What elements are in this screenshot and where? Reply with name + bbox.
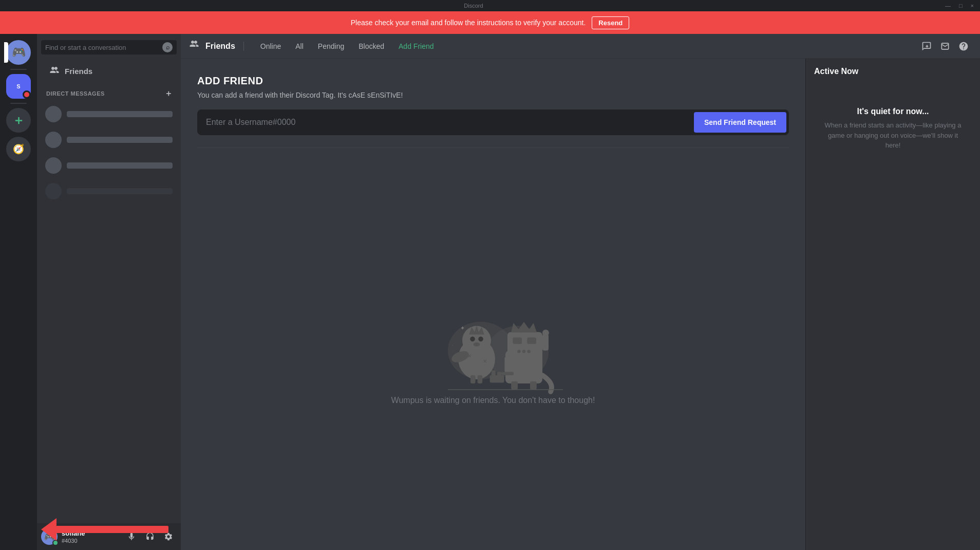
svg-rect-10 — [478, 375, 483, 383]
active-now-title: Active Now — [814, 67, 972, 76]
dm-name-2 — [67, 137, 173, 143]
svg-point-21 — [522, 350, 525, 353]
content-layout: ADD FRIEND You can add a friend with the… — [181, 59, 980, 550]
dm-name-1 — [67, 111, 173, 117]
dm-avatar-1 — [45, 106, 62, 122]
compass-icon: 🧭 — [13, 143, 24, 155]
close-button[interactable]: × — [969, 3, 976, 9]
app-body: 🎮 S ＋ 🧭 ⌕ — [0, 34, 980, 550]
tab-pending[interactable]: Pending — [312, 40, 350, 52]
search-input-wrapper[interactable]: ⌕ — [41, 40, 177, 54]
arrow-head — [41, 518, 56, 541]
svg-marker-4 — [469, 327, 483, 334]
main-content: Friends Online All Pending Blocked Add F… — [181, 34, 980, 550]
dm-item-1[interactable] — [41, 102, 177, 126]
right-panel: Active Now It's quiet for now... When a … — [805, 59, 980, 550]
svg-point-6 — [478, 337, 483, 342]
titlebar-title: Discord — [4, 3, 943, 9]
verification-banner: Please check your email and follow the i… — [0, 11, 980, 34]
svg-rect-30 — [492, 370, 496, 376]
svg-point-22 — [527, 350, 530, 353]
svg-rect-9 — [470, 375, 476, 383]
server-separator-2 — [10, 103, 27, 104]
add-friend-form: Send Friend Request — [197, 109, 789, 135]
minimize-button[interactable]: — — [943, 3, 953, 9]
search-circle-icon[interactable]: ⌕ — [162, 42, 173, 52]
add-friend-input[interactable] — [198, 110, 692, 135]
add-friend-content: ADD FRIEND You can add a friend with the… — [181, 59, 805, 550]
wumpus-illustration: ✕ ✕ ✦ · — [411, 293, 575, 396]
svg-rect-27 — [511, 381, 518, 390]
dm-list — [37, 100, 181, 523]
svg-point-5 — [470, 337, 475, 342]
wumpus-area: ✕ ✕ ✦ · — [197, 148, 789, 550]
svg-rect-16 — [507, 332, 542, 359]
dm-name-4 — [67, 188, 173, 194]
add-icon: ＋ — [12, 112, 25, 129]
dm-item-4[interactable] — [41, 179, 177, 204]
resend-button[interactable]: Resend — [592, 16, 629, 29]
dm-header-label: DIRECT MESSAGES — [46, 90, 105, 97]
svg-text:✦: ✦ — [460, 325, 465, 331]
svg-point-7 — [474, 342, 480, 346]
dm-name-3 — [67, 162, 173, 169]
titlebar-controls: — □ × — [943, 3, 976, 9]
svg-rect-25 — [504, 357, 511, 373]
dm-avatar-4 — [45, 183, 62, 199]
friends-nav-icon — [189, 39, 201, 53]
add-friend-subtitle: You can add a friend with their Discord … — [197, 91, 789, 99]
new-dm-button[interactable] — [918, 38, 935, 54]
svg-point-20 — [517, 350, 520, 353]
server-separator — [10, 69, 27, 70]
svg-rect-28 — [530, 381, 537, 390]
svg-rect-18 — [513, 337, 522, 344]
friends-icon — [49, 65, 60, 77]
discord-home-button[interactable]: 🎮 — [6, 40, 31, 65]
channel-sidebar: ⌕ Friends DIRECT MESSAGES ＋ — [37, 34, 181, 550]
add-friend-title: ADD FRIEND — [197, 75, 789, 87]
discord-logo: 🎮 — [12, 46, 26, 59]
dm-avatar-2 — [45, 132, 62, 148]
friends-nav-item[interactable]: Friends — [41, 61, 177, 81]
red-arrow-annotation — [41, 518, 168, 541]
svg-text:✕: ✕ — [483, 358, 487, 364]
search-bar: ⌕ — [37, 34, 181, 61]
inbox-button[interactable] — [937, 38, 953, 54]
server-list: 🎮 S ＋ 🧭 — [0, 34, 37, 550]
maximize-button[interactable]: □ — [957, 3, 965, 9]
send-friend-button[interactable]: Send Friend Request — [694, 112, 786, 133]
add-server-button[interactable]: ＋ — [6, 108, 31, 133]
friends-label: Friends — [65, 67, 92, 76]
svg-marker-17 — [512, 323, 536, 332]
dm-add-button[interactable]: ＋ — [164, 89, 173, 98]
nav-friends-label: Friends — [205, 42, 244, 51]
tab-blocked[interactable]: Blocked — [352, 40, 390, 52]
tab-add-friend[interactable]: Add Friend — [392, 40, 440, 52]
quiet-container: It's quiet for now... When a friend star… — [814, 86, 972, 171]
top-nav: Friends Online All Pending Blocked Add F… — [181, 34, 980, 59]
explore-button[interactable]: 🧭 — [6, 137, 31, 161]
quiet-text: When a friend starts an activity—like pl… — [822, 120, 964, 151]
svg-text:·: · — [452, 343, 453, 347]
svg-rect-19 — [527, 337, 536, 344]
tab-online[interactable]: Online — [254, 40, 287, 52]
help-button[interactable] — [955, 38, 972, 54]
arrow-line — [55, 526, 168, 533]
dm-item-3[interactable] — [41, 153, 177, 178]
quiet-title: It's quiet for now... — [857, 107, 929, 116]
wumpus-text: Wumpus is waiting on friends. You don't … — [391, 396, 595, 405]
banner-message: Please check your email and follow the i… — [351, 19, 586, 27]
notification-dot-1 — [23, 90, 31, 99]
search-input[interactable] — [45, 44, 162, 51]
svg-point-24 — [542, 329, 549, 336]
svg-rect-26 — [501, 372, 514, 375]
titlebar: Discord — □ × — [0, 0, 980, 11]
dm-section-header: DIRECT MESSAGES ＋ — [37, 81, 181, 100]
svg-text:✕: ✕ — [467, 353, 472, 359]
tab-all[interactable]: All — [289, 40, 310, 52]
svg-rect-31 — [497, 372, 501, 376]
svg-rect-23 — [542, 334, 549, 351]
dm-item-2[interactable] — [41, 127, 177, 152]
server-icon-1[interactable]: S — [6, 74, 31, 99]
svg-rect-29 — [490, 375, 504, 382]
